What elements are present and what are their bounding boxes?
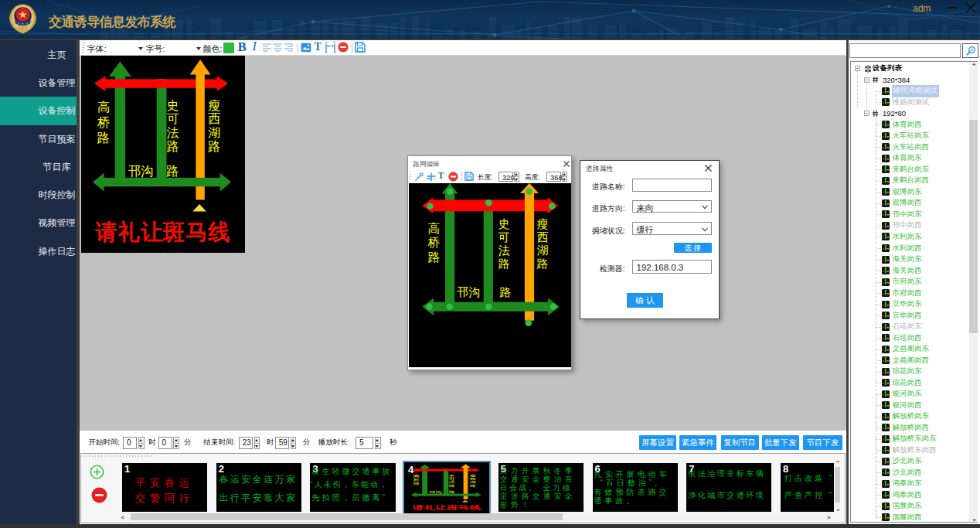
svg-text:法: 法: [167, 126, 179, 139]
svg-text:西: 西: [537, 230, 549, 244]
svg-text:路: 路: [499, 257, 510, 270]
svg-text:桥: 桥: [412, 478, 420, 481]
svg-text:路: 路: [448, 490, 455, 494]
svg-text:桥: 桥: [427, 236, 441, 249]
svg-text:路: 路: [97, 131, 111, 145]
svg-text:路: 路: [470, 484, 477, 488]
svg-text:高: 高: [428, 222, 441, 235]
svg-text:路: 路: [449, 484, 456, 488]
svg-text:路: 路: [537, 257, 549, 270]
svg-text:法: 法: [499, 244, 510, 257]
svg-text:请礼让斑马线: 请礼让斑马线: [95, 220, 230, 244]
svg-text:湖: 湖: [537, 244, 549, 257]
svg-text:可: 可: [449, 477, 456, 480]
svg-text:路: 路: [499, 285, 511, 298]
svg-text:路: 路: [413, 482, 420, 485]
svg-text:史: 史: [167, 99, 179, 112]
svg-text:瘦: 瘦: [208, 99, 220, 112]
svg-text:湖: 湖: [208, 126, 220, 139]
svg-text:请礼让斑马线: 请礼让斑马线: [413, 504, 481, 510]
svg-text:西: 西: [208, 112, 220, 125]
svg-text:路: 路: [428, 250, 441, 264]
svg-text:高: 高: [413, 474, 420, 477]
svg-text:邗沟: 邗沟: [128, 164, 154, 178]
svg-text:瘦: 瘦: [537, 217, 549, 230]
svg-text:邗沟: 邗沟: [429, 490, 442, 494]
svg-text:路: 路: [167, 140, 179, 153]
svg-text:路: 路: [208, 140, 220, 153]
svg-text:桥: 桥: [97, 115, 111, 129]
svg-text:路: 路: [166, 164, 179, 178]
svg-text:邗沟: 邗沟: [457, 285, 480, 298]
svg-text:湖: 湖: [470, 481, 476, 484]
svg-text:可: 可: [167, 112, 179, 125]
svg-text:史: 史: [499, 217, 510, 230]
svg-text:可: 可: [499, 230, 510, 244]
svg-text:高: 高: [97, 100, 111, 114]
